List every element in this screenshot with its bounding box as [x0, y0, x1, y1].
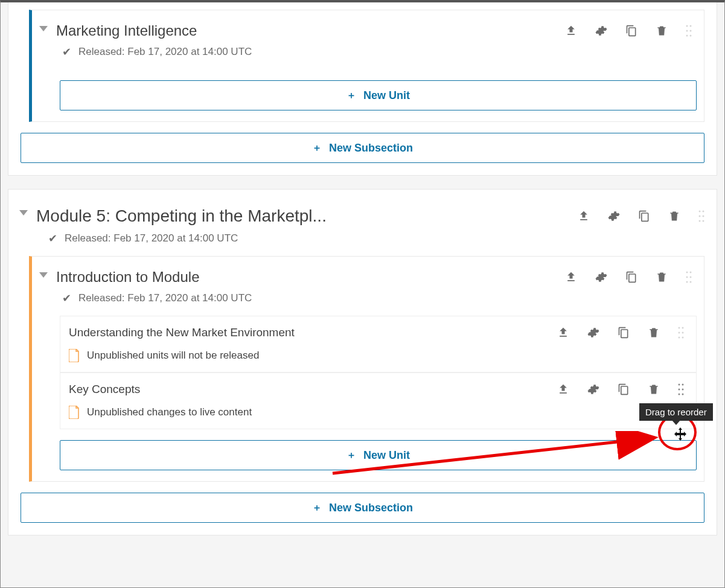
section-title[interactable]: Module 5: Competing in the Marketpl...	[36, 206, 578, 226]
plus-icon: ＋	[312, 502, 322, 514]
caret-icon[interactable]	[39, 26, 48, 31]
subsection-intro-module: Introduction to Module ✔ Released: Feb 1…	[29, 256, 704, 482]
svg-point-0	[686, 25, 688, 27]
svg-point-15	[690, 276, 692, 278]
publish-icon[interactable]	[565, 25, 577, 37]
check-icon: ✔	[48, 232, 57, 245]
gear-icon[interactable]	[608, 210, 620, 222]
svg-point-13	[690, 272, 692, 273]
new-unit-label: New Unit	[363, 89, 410, 102]
copy-icon[interactable]	[625, 271, 637, 283]
svg-point-22	[679, 337, 680, 339]
gear-icon[interactable]	[595, 25, 607, 37]
subsection-title[interactable]: Introduction to Module	[56, 269, 565, 286]
trash-icon[interactable]	[668, 210, 680, 222]
svg-point-10	[699, 220, 701, 222]
svg-point-28	[679, 394, 680, 395]
svg-point-11	[703, 220, 704, 222]
tooltip-drag-reorder: Drag to reorder	[639, 403, 713, 421]
copy-icon[interactable]	[625, 25, 637, 37]
svg-point-23	[682, 337, 684, 339]
svg-point-9	[703, 216, 704, 217]
svg-point-4	[686, 35, 688, 37]
file-warning-icon	[69, 406, 80, 419]
new-subsection-label: New Subsection	[329, 502, 413, 514]
unit-warning-text: Unpublished changes to live content	[87, 406, 252, 418]
copy-icon[interactable]	[638, 210, 650, 222]
svg-point-8	[699, 216, 701, 217]
gear-icon[interactable]	[595, 271, 607, 283]
trash-icon[interactable]	[656, 25, 668, 37]
plus-icon: ＋	[347, 89, 356, 102]
svg-point-29	[682, 394, 684, 395]
svg-point-1	[690, 25, 692, 27]
unit-title[interactable]: Understanding the New Market Environment	[69, 326, 557, 339]
drag-handle-icon[interactable]	[678, 326, 684, 339]
unit-key-concepts: Key Concepts Unpublished changes to live…	[60, 372, 697, 429]
released-text: Released: Feb 17, 2020 at 14:00 UTC	[78, 292, 252, 304]
new-subsection-button[interactable]: ＋ New Subsection	[21, 493, 704, 523]
svg-point-14	[686, 276, 688, 278]
subsection-marketing-intelligence: Marketing Intelligence ✔ Released: Feb 1…	[29, 10, 704, 122]
drag-handle-icon[interactable]	[698, 209, 704, 223]
new-subsection-button[interactable]: ＋ New Subsection	[21, 133, 704, 163]
caret-icon[interactable]	[39, 272, 48, 278]
svg-point-7	[703, 211, 704, 213]
svg-point-5	[690, 35, 692, 37]
svg-point-21	[682, 332, 684, 334]
copy-icon[interactable]	[618, 327, 630, 339]
unit-actions	[557, 383, 684, 396]
unit-understanding-market: Understanding the New Market Environment…	[60, 316, 697, 372]
unit-actions	[557, 326, 684, 339]
trash-icon[interactable]	[648, 327, 660, 339]
svg-point-17	[690, 281, 692, 283]
plus-icon: ＋	[312, 142, 322, 155]
check-icon: ✔	[62, 292, 71, 305]
copy-icon[interactable]	[618, 383, 630, 395]
drag-handle-icon[interactable]	[686, 24, 692, 37]
section-card-partial: Marketing Intelligence ✔ Released: Feb 1…	[8, 2, 717, 176]
publish-icon[interactable]	[557, 327, 569, 339]
gear-icon[interactable]	[587, 383, 599, 395]
check-icon: ✔	[62, 45, 71, 59]
svg-point-27	[682, 389, 684, 391]
publish-icon[interactable]	[565, 271, 577, 283]
subsection-actions	[565, 270, 692, 284]
unit-title[interactable]: Key Concepts	[69, 383, 557, 396]
section-card-module5: Module 5: Competing in the Marketpl... ✔…	[8, 189, 717, 535]
svg-point-2	[686, 30, 688, 32]
svg-point-6	[699, 211, 701, 213]
plus-icon: ＋	[347, 449, 356, 462]
svg-point-16	[686, 281, 688, 283]
trash-icon[interactable]	[656, 271, 668, 283]
svg-point-24	[679, 384, 680, 386]
publish-icon[interactable]	[557, 383, 569, 395]
subsection-actions	[565, 24, 692, 37]
file-warning-icon	[69, 349, 80, 362]
svg-point-26	[679, 389, 680, 391]
section-actions	[578, 209, 704, 223]
released-text: Released: Feb 17, 2020 at 14:00 UTC	[65, 232, 238, 244]
new-unit-label: New Unit	[363, 449, 410, 462]
released-text: Released: Feb 17, 2020 at 14:00 UTC	[78, 46, 252, 58]
svg-point-12	[686, 272, 688, 273]
new-subsection-label: New Subsection	[329, 142, 413, 155]
new-unit-button[interactable]: ＋ New Unit	[60, 80, 697, 110]
caret-icon[interactable]	[19, 210, 28, 216]
drag-handle-icon[interactable]	[686, 270, 692, 284]
gear-icon[interactable]	[587, 327, 599, 339]
new-unit-button[interactable]: ＋ New Unit	[60, 440, 697, 470]
unit-warning-text: Unpublished units will not be released	[87, 350, 259, 362]
publish-icon[interactable]	[578, 210, 590, 222]
drag-handle-icon[interactable]	[678, 383, 684, 396]
svg-point-3	[690, 30, 692, 32]
svg-point-19	[682, 327, 684, 329]
svg-point-25	[682, 384, 684, 386]
trash-icon[interactable]	[648, 383, 660, 395]
svg-point-18	[679, 327, 680, 329]
subsection-title[interactable]: Marketing Intelligence	[56, 22, 565, 39]
svg-point-20	[679, 332, 680, 334]
